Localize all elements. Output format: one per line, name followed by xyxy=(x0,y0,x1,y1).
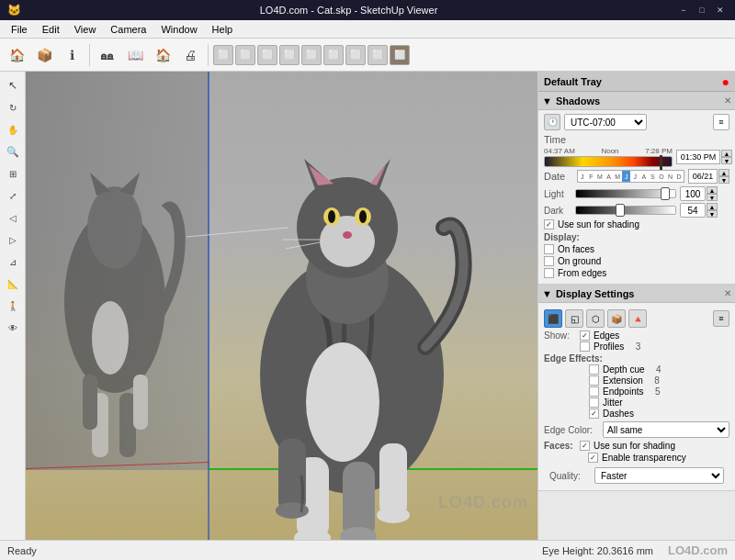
ds-icon-3[interactable]: ⬡ xyxy=(586,309,605,328)
month-D[interactable]: D xyxy=(674,171,684,182)
ds-icon-4[interactable]: 📦 xyxy=(607,309,626,328)
toolbar-btn-12[interactable]: ⬜ xyxy=(301,45,322,65)
minimize-button[interactable]: − xyxy=(676,3,691,17)
month-J1[interactable]: J xyxy=(578,171,587,182)
month-N[interactable]: N xyxy=(666,171,675,182)
date-spin-down[interactable]: ▼ xyxy=(718,176,729,184)
svg-rect-8 xyxy=(133,375,148,430)
tool-previous-view[interactable]: ◁ xyxy=(3,207,23,228)
menu-help[interactable]: Help xyxy=(205,22,241,37)
timezone-icon[interactable]: 🕐 xyxy=(544,114,560,130)
quality-select[interactable]: Faster Nicest xyxy=(594,467,724,484)
svg-point-16 xyxy=(328,210,335,223)
ds-icon-1[interactable]: ⬛ xyxy=(544,309,562,328)
on-ground-checkbox[interactable] xyxy=(544,256,554,266)
display-settings-header[interactable]: ▼ Display Settings ✕ xyxy=(538,285,735,303)
month-S[interactable]: S xyxy=(649,171,658,182)
use-sun-shading-checkbox[interactable] xyxy=(544,219,554,230)
endpoints-row: Endpoints 5 xyxy=(544,386,729,397)
extension-checkbox[interactable] xyxy=(589,375,599,386)
time-spin-up[interactable]: ▲ xyxy=(721,150,732,157)
tool-next-view[interactable]: ▷ xyxy=(3,230,23,250)
month-F[interactable]: F xyxy=(587,171,596,182)
dark-spin-down[interactable]: ▼ xyxy=(707,210,718,218)
tool-zoom-extents[interactable]: ⤢ xyxy=(3,185,23,206)
use-sun-faces-checkbox[interactable] xyxy=(580,441,590,451)
tool-look-around[interactable]: 👁 xyxy=(3,318,23,338)
edge-color-select[interactable]: All same xyxy=(603,421,729,438)
toolbar-btn-16[interactable]: ⬜ xyxy=(390,45,410,65)
profiles-checkbox[interactable] xyxy=(580,342,590,352)
toolbar-btn-14[interactable]: ⬜ xyxy=(345,45,366,65)
toolbar-btn-5[interactable]: 📖 xyxy=(122,42,148,68)
light-slider-thumb[interactable] xyxy=(661,187,670,200)
menu-window[interactable]: Window xyxy=(153,22,204,37)
month-J3[interactable]: J xyxy=(630,171,639,182)
toolbar-btn-11[interactable]: ⬜ xyxy=(279,45,300,65)
tray-pin[interactable]: ● xyxy=(722,74,729,89)
depth-cue-checkbox[interactable] xyxy=(589,364,599,375)
dashes-checkbox[interactable] xyxy=(589,409,599,419)
edges-checkbox[interactable] xyxy=(580,330,590,341)
timezone-settings-btn[interactable]: ≡ xyxy=(713,114,729,130)
shadows-close[interactable]: ✕ xyxy=(724,95,731,106)
toolbar-btn-15[interactable]: ⬜ xyxy=(368,45,388,65)
tool-orbit[interactable]: ↻ xyxy=(3,97,23,118)
menu-file[interactable]: File xyxy=(4,22,35,37)
toolbar-btn-10[interactable]: ⬜ xyxy=(257,45,277,65)
month-A1[interactable]: A xyxy=(605,171,614,182)
month-O[interactable]: O xyxy=(657,171,666,182)
on-faces-checkbox[interactable] xyxy=(544,244,554,254)
month-M2[interactable]: M xyxy=(613,171,622,182)
light-slider-track[interactable] xyxy=(575,189,676,198)
light-spin-up[interactable]: ▲ xyxy=(707,186,718,194)
timezone-select[interactable]: UTC-07:00 xyxy=(564,114,647,130)
month-A2[interactable]: A xyxy=(639,171,649,182)
month-M1[interactable]: M xyxy=(595,171,605,182)
jitter-checkbox[interactable] xyxy=(589,398,599,408)
menu-camera[interactable]: Camera xyxy=(103,22,153,37)
dark-spin: ▲ ▼ xyxy=(707,203,718,218)
toolbar-btn-13[interactable]: ⬜ xyxy=(323,45,344,65)
maximize-button[interactable]: □ xyxy=(695,3,709,17)
time-slider-thumb[interactable] xyxy=(660,155,662,170)
svg-point-4 xyxy=(92,301,129,375)
ds-settings-btn[interactable]: ≡ xyxy=(713,310,729,327)
tool-section-plane[interactable]: ⊿ xyxy=(3,252,23,272)
tool-pan[interactable]: ✋ xyxy=(3,119,23,140)
tool-walk[interactable]: 🚶 xyxy=(3,296,23,316)
display-settings-close[interactable]: ✕ xyxy=(724,288,731,298)
dark-spin-up[interactable]: ▲ xyxy=(707,203,718,210)
toolbar-btn-9[interactable]: ⬜ xyxy=(235,45,255,65)
month-J2[interactable]: J xyxy=(622,171,631,182)
toolbar-btn-2[interactable]: 📦 xyxy=(31,42,57,68)
tool-zoom-window[interactable]: ⊞ xyxy=(3,163,23,184)
dark-slider-track[interactable] xyxy=(575,206,676,215)
toolbar-btn-1[interactable]: 🏠 xyxy=(4,42,29,68)
ds-icon-5[interactable]: 🔺 xyxy=(628,309,647,328)
tool-zoom[interactable]: 🔍 xyxy=(3,141,23,162)
shadows-section-header[interactable]: ▼ Shadows ✕ xyxy=(538,92,735,110)
time-spin-down[interactable]: ▼ xyxy=(721,157,732,164)
from-edges-checkbox[interactable] xyxy=(544,268,554,278)
toolbar-btn-7[interactable]: 🖨 xyxy=(177,42,203,68)
time-slider-track[interactable] xyxy=(544,156,673,167)
toolbar-btn-6[interactable]: 🏠 xyxy=(150,42,175,68)
close-button[interactable]: ✕ xyxy=(713,3,728,17)
dark-slider-thumb[interactable] xyxy=(616,204,625,217)
endpoints-checkbox[interactable] xyxy=(589,386,599,397)
menu-view[interactable]: View xyxy=(67,22,104,37)
toolbar-btn-4[interactable]: 🏘 xyxy=(95,42,120,68)
menu-edit[interactable]: Edit xyxy=(35,22,67,37)
light-spin-down[interactable]: ▼ xyxy=(707,194,718,201)
enable-transparency-checkbox[interactable] xyxy=(588,453,598,463)
toolbar-btn-8[interactable]: ⬜ xyxy=(213,45,233,65)
tool-measure[interactable]: 📐 xyxy=(3,274,23,294)
on-ground-label: On ground xyxy=(558,256,601,266)
ds-icon-2[interactable]: ◱ xyxy=(565,309,583,328)
tool-select[interactable]: ↖ xyxy=(3,75,23,95)
date-month-bar[interactable]: J F M A M J J A S O N D xyxy=(577,170,684,183)
toolbar-btn-3[interactable]: ℹ xyxy=(59,42,85,68)
viewport[interactable]: LO4D.com xyxy=(26,72,537,540)
date-spin-up[interactable]: ▲ xyxy=(718,169,729,176)
